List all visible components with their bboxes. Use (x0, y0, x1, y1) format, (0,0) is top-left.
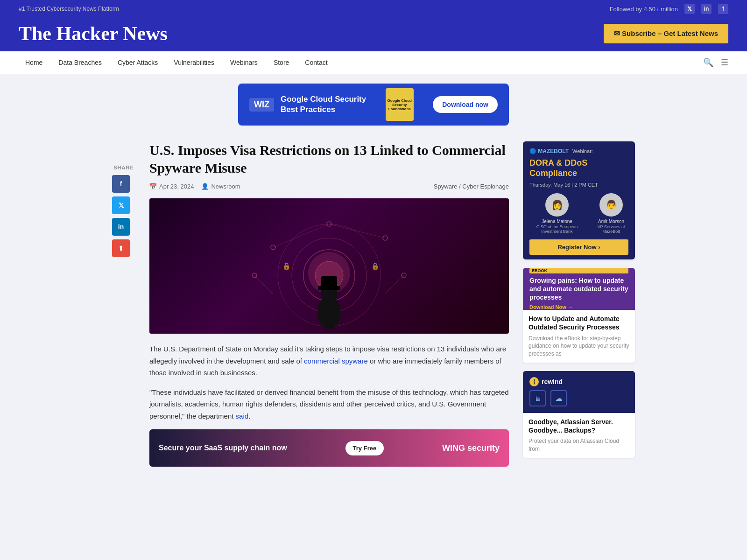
article-paragraph-2: "These individuals have facilitated or d… (149, 386, 509, 422)
inner-ad-text: Secure your SaaS supply chain now (159, 444, 287, 452)
sidebar-ad2-banner: EBOOK Growing pains: How to update and a… (523, 268, 635, 310)
sidebar-ad2-download[interactable]: Download Now → (529, 304, 628, 310)
subscribe-button[interactable]: ✉ Subscribe – Get Latest News (604, 24, 728, 43)
sidebar-ad2-body: How to Update and Automate Outdated Secu… (523, 310, 635, 363)
banner-ad-book: Google CloudSecurityFoundations (386, 88, 414, 121)
nav-links: Home Data Breaches Cyber Attacks Vulnera… (19, 51, 334, 74)
svg-text:🔒: 🔒 (371, 262, 380, 270)
inner-ad-brand: WING security (442, 443, 500, 453)
webinar-label: Webinar: (572, 148, 593, 154)
article-image: 🔒 🔒 (149, 198, 509, 334)
article-main: U.S. Imposes Visa Restrictions on 13 Lin… (149, 141, 509, 467)
sidebar-ad2-body-desc: Download the eBook for step-by-step guid… (529, 335, 629, 358)
rewind-brand: rewind (542, 378, 563, 385)
share-other-button[interactable]: ⬆ (112, 239, 130, 257)
article-date: 📅 Apr 23, 2024 (149, 183, 194, 190)
header: The Hacker News ✉ Subscribe – Get Latest… (0, 18, 747, 51)
share-facebook-button[interactable]: f (112, 175, 130, 193)
speaker-1: 👩 Jelena Matone CISO at the European Inv… (529, 193, 585, 234)
speaker-2: 👨 Amit Morson VP Services at MazeBolt (594, 193, 628, 234)
rewind-cloud-icon: ☁ (550, 390, 567, 406)
inner-ad-cta[interactable]: Try Free (345, 441, 384, 455)
followed-label: Followed by 4.50+ million (610, 6, 678, 13)
linkedin-icon[interactable]: in (701, 4, 712, 14)
nav-contact[interactable]: Contact (298, 51, 334, 74)
sidebar-ad3-body: Goodbye, Atlassian Server. Goodbye... Ba… (523, 413, 635, 458)
article-meta: 📅 Apr 23, 2024 👤 Newsroom Spyware / Cybe… (149, 183, 509, 190)
share-twitter-button[interactable]: 𝕏 (112, 196, 130, 214)
rewind-logo: ⟨ rewind (529, 377, 628, 386)
ebook-label: EBOOK (529, 268, 628, 273)
commercial-spyware-link[interactable]: commercial spyware (304, 357, 368, 365)
sidebar-ad-mazebolt-date: Thursday, May 16 | 2 PM CET (529, 182, 628, 188)
register-now-button[interactable]: Register Now › (529, 239, 628, 255)
nav-store[interactable]: Store (267, 51, 296, 74)
banner-download-button[interactable]: Download now (433, 96, 498, 113)
menu-button[interactable]: ☰ (721, 57, 728, 68)
top-bar-right: Followed by 4.50+ million 𝕏 in f (610, 4, 728, 14)
said-link[interactable]: said (236, 412, 249, 420)
site-logo[interactable]: The Hacker News (19, 22, 168, 45)
sidebar-ad-mazebolt[interactable]: 🔵 MAZEBOLT Webinar: DORA & DDoS Complian… (523, 141, 635, 259)
sidebar-ad2-title: Growing pains: How to update and automat… (529, 276, 628, 302)
sidebar-right: 🔵 MAZEBOLT Webinar: DORA & DDoS Complian… (523, 141, 635, 467)
facebook-icon[interactable]: f (718, 4, 728, 14)
speaker-2-title: VP Services at MazeBolt (594, 224, 628, 234)
svg-line-11 (385, 275, 404, 294)
nav-vulnerabilities[interactable]: Vulnerabilities (167, 51, 221, 74)
speakers: 👩 Jelena Matone CISO at the European Inv… (529, 193, 628, 234)
twitter-icon[interactable]: 𝕏 (684, 4, 695, 14)
speaker-1-name: Jelena Matone (529, 218, 585, 224)
speaker-1-avatar: 👩 (545, 193, 569, 217)
mazebolt-logo: 🔵 MAZEBOLT (529, 148, 569, 154)
article-paragraph-1: The U.S. Department of State on Monday s… (149, 343, 509, 379)
main-content: SHARE f 𝕏 in ⬆ U.S. Imposes Visa Restric… (103, 141, 644, 467)
banner-ad-text: Google Cloud Security Best Practices (281, 94, 366, 115)
rewind-icons: 🖥 ☁ (529, 390, 628, 406)
article-title: U.S. Imposes Visa Restrictions on 13 Lin… (149, 141, 509, 176)
article-author: 👤 Newsroom (201, 183, 240, 190)
sidebar-ad-rewind[interactable]: ⟨ rewind 🖥 ☁ Goodbye, Atlassian Server. … (523, 371, 635, 458)
article-body: The U.S. Department of State on Monday s… (149, 343, 509, 422)
svg-line-10 (273, 224, 329, 247)
speaker-2-avatar: 👨 (599, 193, 623, 217)
sidebar-ad2-body-title: How to Update and Automate Outdated Secu… (529, 315, 629, 331)
wiz-logo: WIZ (249, 98, 274, 112)
speaker-1-title: CISO at the European Investment Bank (529, 224, 585, 234)
svg-text:🔒: 🔒 (282, 262, 291, 270)
trusted-label: #1 Trusted Cybersecurity News Platform (19, 6, 119, 12)
banner-ad: WIZ Google Cloud Security Best Practices… (0, 74, 747, 130)
sidebar-ad3-banner: ⟨ rewind 🖥 ☁ (523, 371, 635, 413)
inner-ad[interactable]: Secure your SaaS supply chain now Try Fr… (149, 429, 509, 467)
navigation: Home Data Breaches Cyber Attacks Vulnera… (0, 51, 747, 74)
sidebar-ad3-body-title: Goodbye, Atlassian Server. Goodbye... Ba… (529, 418, 629, 434)
hacker-illustration: 🔒 🔒 (236, 201, 423, 331)
sidebar-ad3-body-desc: Protect your data on Atlassian Cloud fro… (529, 437, 629, 453)
article-category: Spyware / Cyber Espionage (434, 183, 509, 190)
sidebar-ad-ebook[interactable]: EBOOK Growing pains: How to update and a… (523, 268, 635, 363)
sidebar-ad-mazebolt-banner: 🔵 MAZEBOLT Webinar: DORA & DDoS Complian… (523, 141, 635, 259)
sidebar-ad-mazebolt-title: DORA & DDoS Compliance (529, 158, 628, 178)
share-label: SHARE (112, 165, 135, 170)
speaker-2-name: Amit Morson (594, 218, 628, 224)
nav-webinars[interactable]: Webinars (224, 51, 264, 74)
svg-line-9 (329, 224, 385, 238)
nav-home[interactable]: Home (19, 51, 49, 74)
nav-data-breaches[interactable]: Data Breaches (52, 51, 108, 74)
share-sidebar: SHARE f 𝕏 in ⬆ (112, 141, 135, 467)
nav-cyber-attacks[interactable]: Cyber Attacks (111, 51, 164, 74)
top-bar: #1 Trusted Cybersecurity News Platform F… (0, 0, 747, 18)
share-linkedin-button[interactable]: in (112, 218, 130, 236)
search-button[interactable]: 🔍 (703, 57, 713, 68)
article-image-art: 🔒 🔒 (149, 198, 509, 334)
sidebar-ad-mazebolt-top: 🔵 MAZEBOLT Webinar: (529, 148, 628, 154)
svg-line-12 (254, 275, 273, 294)
nav-icons: 🔍 ☰ (703, 57, 728, 68)
rewind-server-icon: 🖥 (529, 390, 546, 406)
banner-ad-left: WIZ Google Cloud Security Best Practices (249, 94, 366, 115)
article-meta-left: 📅 Apr 23, 2024 👤 Newsroom (149, 183, 240, 190)
banner-ad-inner[interactable]: WIZ Google Cloud Security Best Practices… (238, 84, 509, 126)
svg-rect-8 (321, 276, 337, 287)
